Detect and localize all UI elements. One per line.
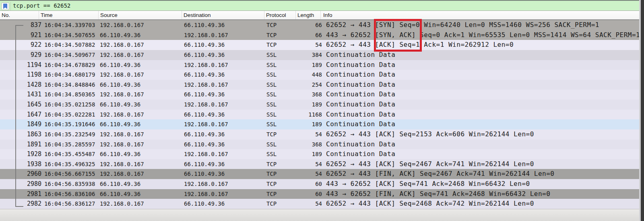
cell-source: 192.168.0.167 — [99, 110, 182, 120]
packet-list: 83716:04:34.339703192.168.0.16766.110.49… — [0, 20, 644, 209]
cell-time: 16:04:35.285597 — [42, 140, 99, 150]
cell-length: 254 — [295, 80, 322, 90]
filter-separator — [10, 2, 11, 10]
cell-length: 368 — [295, 140, 322, 150]
cell-time: 16:04:34.850365 — [42, 90, 99, 100]
cell-info: 62652 → 443 [ACK] Seq=2468 Ack=742 Win=2… — [322, 199, 644, 209]
bookmark-icon[interactable] — [1, 2, 9, 10]
packet-row[interactable]: 189116:04:35.285597192.168.0.16766.110.4… — [0, 140, 644, 150]
cell-destination: 192.168.0.167 — [182, 119, 264, 129]
column-header-time[interactable]: Time — [39, 11, 99, 19]
cell-destination: 192.168.0.167 — [182, 179, 264, 189]
cell-time: 16:04:56.667155 — [42, 169, 99, 179]
cell-source: 66.110.49.36 — [99, 30, 182, 40]
cell-length: 448 — [295, 70, 322, 80]
cell-length: 54 — [295, 169, 322, 179]
cell-no: 1194 — [0, 60, 42, 70]
cell-info: 443 → 62652 [ACK] Seq=741 Ack=2468 Win=6… — [322, 179, 644, 189]
cell-length: 66 — [295, 30, 322, 40]
cell-protocol: SSL — [264, 70, 295, 80]
cell-length: 189 — [295, 100, 322, 110]
cell-destination: 66.110.49.36 — [182, 90, 264, 100]
cell-length: 60 — [295, 179, 322, 189]
cell-source: 192.168.0.167 — [99, 199, 182, 209]
cell-destination: 192.168.0.167 — [182, 100, 264, 110]
cell-length: 1168 — [295, 110, 322, 120]
cell-destination: 66.110.49.36 — [182, 129, 264, 140]
packet-row[interactable]: 92116:04:34.50765566.110.49.36192.168.0.… — [0, 30, 644, 40]
packet-row[interactable]: 164516:04:35.02125866.110.49.36192.168.0… — [0, 100, 644, 110]
packet-row[interactable]: 142816:04:34.84884666.110.49.36192.168.0… — [0, 80, 644, 90]
cell-info: 62652 → 443 [ACK] Seq=2467 Ack=741 Win=2… — [322, 159, 644, 169]
display-filter-input[interactable]: tcp.port == 62652 — [13, 1, 70, 11]
column-header-destination[interactable]: Destination — [182, 11, 264, 19]
empty-area-below-list — [0, 209, 644, 221]
cell-protocol: SSL — [264, 110, 295, 120]
packet-row[interactable]: 92916:04:34.509677192.168.0.16766.110.49… — [0, 50, 644, 60]
cell-info: Continuation Data — [322, 90, 644, 100]
cell-source: 192.168.0.167 — [99, 159, 182, 169]
cell-source: 192.168.0.167 — [99, 140, 182, 150]
cell-no: 2981 — [0, 189, 42, 199]
cell-source: 66.110.49.36 — [99, 60, 182, 70]
cell-no: 2982 — [0, 199, 42, 209]
cell-info: Continuation Data — [322, 140, 644, 150]
packet-row[interactable]: 164716:04:35.022281192.168.0.16766.110.4… — [0, 110, 644, 120]
packet-row[interactable]: 298116:04:56.83610666.110.49.36192.168.0… — [0, 189, 644, 199]
cell-time: 16:04:56.836127 — [42, 199, 99, 209]
packet-row[interactable]: 119816:04:34.680179192.168.0.16766.110.4… — [0, 70, 644, 80]
column-header-source[interactable]: Source — [99, 11, 182, 19]
cell-protocol: SSL — [264, 119, 295, 129]
packet-row[interactable]: 184916:04:35.19164666.110.49.36192.168.0… — [0, 119, 644, 129]
cell-time: 16:04:35.021258 — [42, 100, 99, 110]
cell-length: 189 — [295, 149, 322, 159]
packet-row[interactable]: 193816:04:35.496325192.168.0.16766.110.4… — [0, 159, 644, 169]
cell-destination: 66.110.49.36 — [182, 169, 264, 179]
cell-protocol: TCP — [264, 40, 295, 50]
cell-protocol: SSL — [264, 60, 295, 70]
cell-no: 2960 — [0, 169, 42, 179]
cell-time: 16:04:34.509677 — [42, 50, 99, 60]
cell-length: 189 — [295, 60, 322, 70]
cell-length: 54 — [295, 40, 322, 50]
cell-time: 16:04:35.496325 — [42, 159, 99, 169]
cell-no: 1891 — [0, 140, 42, 150]
packet-row[interactable]: 119416:04:34.67882966.110.49.36192.168.0… — [0, 60, 644, 70]
cell-protocol: TCP — [264, 199, 295, 209]
conversation-bracket-line — [15, 25, 16, 207]
cell-source: 66.110.49.36 — [99, 100, 182, 110]
cell-info: Continuation Data — [322, 70, 644, 80]
cell-time: 16:04:35.232549 — [42, 129, 99, 140]
cell-protocol: SSL — [264, 90, 295, 100]
cell-source: 66.110.49.36 — [99, 80, 182, 90]
cell-no: 1428 — [0, 80, 42, 90]
packet-row[interactable]: 83716:04:34.339703192.168.0.16766.110.49… — [0, 20, 644, 30]
cell-info: Continuation Data — [322, 100, 644, 110]
column-header-protocol[interactable]: Protocol — [264, 11, 296, 19]
cell-source: 192.168.0.167 — [99, 70, 182, 80]
cell-info: 62652 → 443 [SYN] Seq=0 Win=64240 Len=0 … — [322, 20, 644, 30]
packet-row[interactable]: 192816:04:35.45548766.110.49.36192.168.0… — [0, 149, 644, 159]
packet-row[interactable]: 298016:04:56.83593866.110.49.36192.168.0… — [0, 179, 644, 189]
packet-row[interactable]: 143116:04:34.850365192.168.0.16766.110.4… — [0, 90, 644, 100]
cell-time: 16:04:34.507882 — [42, 40, 99, 50]
cell-length: 54 — [295, 159, 322, 169]
cell-info: Continuation Data — [322, 119, 644, 129]
cell-destination: 66.110.49.36 — [182, 70, 264, 80]
column-header-no[interactable]: No. — [0, 11, 39, 19]
cell-source: 192.168.0.167 — [99, 50, 182, 60]
cell-destination: 66.110.49.36 — [182, 40, 264, 50]
packet-row[interactable]: 92216:04:34.507882192.168.0.16766.110.49… — [0, 40, 644, 50]
cell-source: 66.110.49.36 — [99, 179, 182, 189]
column-header-length[interactable]: Length — [296, 11, 321, 19]
cell-source: 192.168.0.167 — [99, 169, 182, 179]
packet-row[interactable]: 298216:04:56.836127192.168.0.16766.110.4… — [0, 199, 644, 209]
packet-row[interactable]: 186316:04:35.232549192.168.0.16766.110.4… — [0, 129, 644, 140]
cell-length: 66 — [295, 20, 322, 30]
column-header-info[interactable]: Info — [321, 11, 644, 19]
cell-time: 16:04:34.678829 — [42, 60, 99, 70]
wireshark-window: tcp.port == 62652 No.TimeSourceDestinati… — [0, 0, 644, 221]
cell-no: 929 — [0, 50, 42, 60]
cell-no: 2980 — [0, 179, 42, 189]
packet-row[interactable]: 296016:04:56.667155192.168.0.16766.110.4… — [0, 169, 644, 179]
